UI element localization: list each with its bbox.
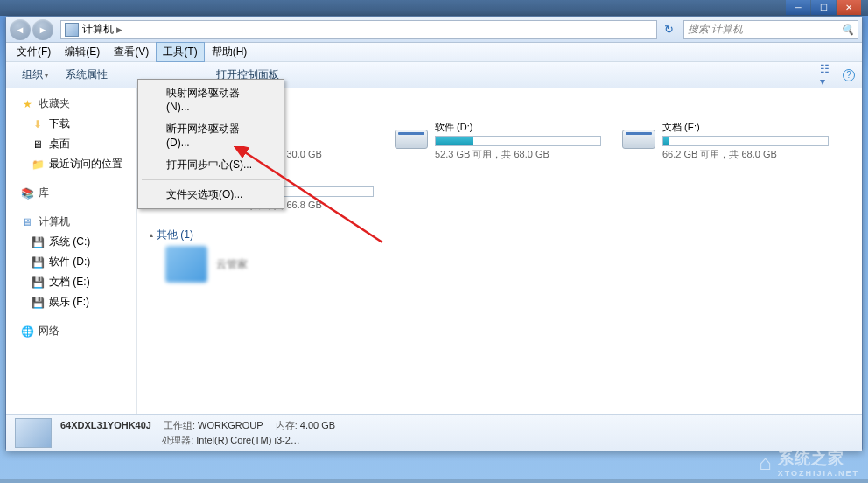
menu-file[interactable]: 文件(F)	[10, 42, 58, 62]
sidebar-drive-e[interactable]: 💾 文档 (E:)	[6, 272, 136, 292]
address-bar[interactable]: 计算机 ▶	[60, 20, 657, 39]
computer-icon: 🖥	[20, 215, 34, 229]
open-sync-center-item[interactable]: 打开同步中心(S)...	[140, 153, 282, 177]
back-button[interactable]: ◄	[10, 19, 31, 40]
refresh-button[interactable]: ↻	[659, 20, 678, 39]
drive-icon: 💾	[31, 235, 45, 249]
close-button[interactable]: ✕	[836, 0, 861, 15]
libraries-group[interactable]: 📚 库	[6, 183, 136, 203]
organize-button[interactable]: 组织	[13, 64, 57, 86]
other-item-label: 云管家	[216, 257, 248, 272]
sidebar-downloads[interactable]: ⬇ 下载	[6, 114, 136, 134]
menu-edit[interactable]: 编辑(E)	[58, 42, 107, 62]
computer-group[interactable]: 🖥 计算机	[6, 212, 136, 232]
forward-button[interactable]: ►	[32, 19, 53, 40]
navigation-pane: ★ 收藏夹 ⬇ 下载 🖥 桌面 📁 最近访问的位置 📚	[6, 88, 137, 414]
menu-help[interactable]: 帮助(H)	[205, 42, 255, 62]
network-icon: 🌐	[20, 325, 34, 339]
view-options-icon[interactable]: ☷ ▾	[820, 67, 836, 83]
search-icon: 🔍	[841, 24, 854, 36]
search-placeholder: 搜索 计算机	[688, 22, 743, 37]
command-bar: 组织 系统属性 ——————— 打开控制面板 ☷ ▾ ?	[6, 62, 862, 88]
other-section-header[interactable]: ▴ 其他 (1)	[150, 224, 850, 246]
window-chrome: ─ ☐ ✕	[0, 0, 868, 16]
folder-options-item[interactable]: 文件夹选项(O)...	[140, 183, 282, 206]
navigation-bar: ◄ ► 计算机 ▶ ↻ 搜索 计算机 🔍	[6, 17, 862, 43]
disconnect-network-drive-item[interactable]: 断开网络驱动器(D)...	[140, 117, 282, 153]
sidebar-drive-c[interactable]: 💾 系统 (C:)	[6, 232, 136, 252]
help-icon[interactable]: ?	[843, 69, 855, 81]
drive-name: 文档 (E:)	[662, 121, 829, 134]
favorites-group[interactable]: ★ 收藏夹	[6, 94, 136, 114]
chevron-down-icon: ▴	[150, 231, 153, 239]
desktop-icon: 🖥	[31, 137, 45, 151]
drive-name: 软件 (D:)	[435, 121, 601, 134]
drive-stats: 52.3 GB 可用，共 68.0 GB	[435, 148, 601, 161]
sidebar-drive-f[interactable]: 💾 娱乐 (F:)	[6, 292, 136, 312]
content-area: ★ 收藏夹 ⬇ 下载 🖥 桌面 📁 最近访问的位置 📚	[6, 88, 862, 414]
explorer-window: ◄ ► 计算机 ▶ ↻ 搜索 计算机 🔍 文件(F) 编辑(E) 查看(V) 工…	[5, 16, 863, 452]
computer-icon	[65, 23, 79, 37]
star-icon: ★	[20, 97, 34, 111]
drive-item[interactable]: 文档 (E:) 66.2 GB 可用，共 68.0 GB	[620, 119, 830, 163]
sidebar-drive-d[interactable]: 💾 软件 (D:)	[6, 252, 136, 272]
capacity-bar	[435, 136, 601, 146]
menu-view[interactable]: 查看(V)	[107, 42, 156, 62]
drive-icon: 💾	[31, 296, 45, 310]
library-icon: 📚	[20, 186, 34, 200]
menu-bar: 文件(F) 编辑(E) 查看(V) 工具(T) 帮助(H)	[6, 43, 862, 62]
breadcrumb-text: 计算机	[82, 22, 114, 37]
search-input[interactable]: 搜索 计算机 🔍	[683, 20, 858, 39]
house-icon: ⌂	[759, 451, 773, 475]
system-properties-button[interactable]: 系统属性	[57, 64, 116, 86]
taskbar-shadow	[0, 480, 868, 483]
drive-icon: 💾	[31, 276, 45, 290]
capacity-bar	[662, 136, 829, 146]
computer-name: 64XDXL31YOHK40J	[60, 418, 151, 433]
drive-icon	[622, 121, 657, 149]
map-network-drive-item[interactable]: 映射网络驱动器(N)...	[140, 81, 282, 117]
drive-stats: 66.2 GB 可用，共 68.0 GB	[662, 148, 829, 161]
tools-dropdown: 映射网络驱动器(N)... 断开网络驱动器(D)... 打开同步中心(S)...…	[137, 79, 284, 209]
watermark: ⌂ 系统之家 XTOZHIJIA.NET	[759, 448, 859, 478]
minimize-button[interactable]: ─	[786, 0, 810, 15]
download-icon: ⬇	[31, 117, 45, 131]
menu-tools[interactable]: 工具(T)	[156, 42, 204, 62]
menu-separator	[142, 179, 280, 180]
sidebar-desktop[interactable]: 🖥 桌面	[6, 134, 136, 154]
computer-thumbnail	[15, 418, 52, 448]
maximize-button[interactable]: ☐	[811, 0, 836, 15]
chevron-right-icon: ▶	[116, 25, 122, 34]
sidebar-recent[interactable]: 📁 最近访问的位置	[6, 154, 136, 174]
drive-icon: 💾	[31, 256, 45, 270]
other-item[interactable]: 云管家	[165, 246, 375, 283]
details-pane: 64XDXL31YOHK40J 工作组: WORKGROUP 内存: 4.00 …	[6, 414, 862, 451]
app-icon	[165, 246, 207, 283]
network-group[interactable]: 🌐 网络	[6, 321, 136, 341]
drive-item[interactable]: 软件 (D:) 52.3 GB 可用，共 68.0 GB	[393, 119, 603, 163]
drive-icon	[395, 121, 430, 149]
recent-icon: 📁	[31, 158, 45, 172]
